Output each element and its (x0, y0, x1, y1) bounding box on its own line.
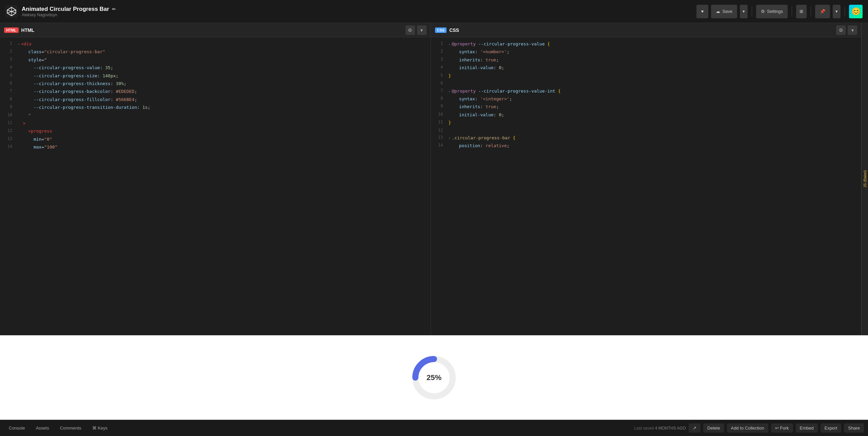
html-collapse-button[interactable]: ▾ (417, 25, 427, 35)
table-row: 1 ▾@property --circular-progress-value { (431, 40, 862, 48)
settings-button[interactable]: ⚙ Settings (756, 5, 788, 18)
external-link-button[interactable]: ↗ (689, 423, 701, 433)
css-collapse-button[interactable]: ▾ (848, 25, 857, 35)
pin-button[interactable]: 📌 (815, 5, 830, 18)
table-row: 8 syntax: '<integer>'; (431, 95, 862, 103)
html-panel: HTML HTML ⚙ ▾ 1 ▾<div 2 class="circular- (0, 23, 431, 335)
css-badge: CSS (435, 27, 447, 33)
html-settings-button[interactable]: ⚙ (406, 25, 415, 35)
edit-icon[interactable]: ✏ (112, 6, 116, 12)
table-row: 7 ▾@property --circular-progress-value-i… (431, 87, 862, 95)
js-babel-label: JS (Babel) (863, 170, 867, 187)
table-row: 7 --circular-progress-backcolor: #EDEDED… (0, 87, 431, 95)
chevron-down-icon2: ▾ (835, 9, 838, 14)
table-row: 10 " (0, 112, 431, 119)
css-code-content[interactable]: 1 ▾@property --circular-progress-value {… (431, 37, 862, 335)
table-row: 3 inherits: true; (431, 56, 862, 64)
avatar: 😊 (849, 5, 863, 18)
grid-button[interactable]: ⊞ (796, 5, 807, 18)
like-button[interactable]: ♥ (696, 5, 709, 18)
table-row: 14 position: relative; (431, 142, 862, 150)
table-row: 2 syntax: '<number>'; (431, 48, 862, 56)
bottom-right-actions: Last saved 4 MONTHS AGO ↗ Delete Add to … (634, 423, 864, 433)
table-row: 12 <progress (0, 127, 431, 135)
save-button[interactable]: ☁ Save (711, 5, 737, 18)
table-row: 11 > (0, 119, 431, 127)
page-title: Animated Circular Progress Bar ✏ (22, 6, 116, 13)
pin-dropdown-button[interactable]: ▾ (833, 5, 841, 18)
saved-text: Last saved 4 MONTHS AGO (634, 426, 686, 431)
table-row: 2 class="circular-progress-bar" (0, 48, 431, 56)
css-panel: CSS CSS ⚙ ▾ 1 ▾@property --circular-prog… (431, 23, 862, 335)
avatar-button[interactable]: 😊 (849, 5, 863, 18)
table-row: 10 initial-value: 0; (431, 111, 862, 119)
divider (752, 6, 752, 17)
table-row: 5 --circular-progress-size: 140px; (0, 72, 431, 80)
circular-progress-container: 25% (409, 352, 459, 403)
html-code-content[interactable]: 1 ▾<div 2 class="circular-progress-bar" … (0, 37, 431, 335)
divider2 (792, 6, 792, 17)
table-row: 3 style=" (0, 56, 431, 64)
save-label: Save (722, 9, 732, 14)
divider3 (811, 6, 811, 17)
header-actions: ♥ ☁ Save ▾ ⚙ Settings ⊞ 📌 ▾ 😊 (696, 5, 863, 18)
preview-area: 25% (0, 335, 868, 420)
gear-icon: ⚙ (761, 9, 765, 14)
avatar-emoji: 😊 (851, 7, 861, 16)
save-dropdown-button[interactable]: ▾ (740, 5, 748, 18)
settings-label: Settings (767, 9, 783, 14)
table-row: 9 inherits: true; (431, 103, 862, 111)
share-button[interactable]: Share (844, 423, 864, 433)
table-row: 1 ▾<div (0, 40, 431, 48)
table-row: 11 } (431, 119, 862, 126)
css-title-label: CSS (449, 27, 459, 33)
console-tab[interactable]: Console (4, 423, 30, 433)
embed-button[interactable]: Embed (796, 423, 818, 433)
table-row: 9 --circular-progress-transition-duratio… (0, 103, 431, 111)
table-row: 8 --circular-progress-fillcolor: #566BE4… (0, 96, 431, 103)
fork-button[interactable]: ↩ Fork (771, 423, 793, 433)
table-row: 6 --circular-progress-thickness: 30%; (0, 80, 431, 87)
cloud-icon: ☁ (716, 9, 720, 14)
js-tab-container[interactable]: JS (Babel) (861, 23, 868, 335)
html-panel-actions: ⚙ ▾ (406, 25, 427, 35)
code-panels: HTML HTML ⚙ ▾ 1 ▾<div 2 class="circular- (0, 23, 868, 335)
css-panel-title: CSS CSS (435, 27, 459, 33)
table-row: 6 (431, 80, 862, 87)
html-panel-header: HTML HTML ⚙ ▾ (0, 23, 431, 37)
author-name: Aleksey Nagovitsyn (22, 13, 116, 17)
add-to-collection-button[interactable]: Add to Collection (727, 423, 768, 433)
html-badge: HTML (4, 27, 19, 33)
pin-icon: 📌 (820, 9, 825, 14)
export-button[interactable]: Export (821, 423, 842, 433)
progress-label: 25% (427, 373, 441, 382)
progress-wrapper: 25% (409, 352, 459, 403)
saved-time: 4 MONTHS AGO (655, 426, 686, 431)
table-row: 4 initial-value: 0; (431, 64, 862, 72)
keys-tab[interactable]: ⌘ Keys (87, 423, 113, 433)
header: Animated Circular Progress Bar ✏ Aleksey… (0, 0, 868, 23)
table-row: 14 max="100" (0, 143, 431, 151)
css-settings-button[interactable]: ⚙ (836, 25, 846, 35)
table-row: 4 --circular-progress-value: 35; (0, 64, 431, 72)
comments-tab[interactable]: Comments (55, 423, 86, 433)
codepen-logo-icon (5, 5, 18, 18)
delete-button[interactable]: Delete (703, 423, 724, 433)
chevron-down-icon: ▾ (743, 9, 745, 14)
title-text: Animated Circular Progress Bar (22, 6, 109, 13)
html-title-label: HTML (21, 27, 35, 33)
assets-tab[interactable]: Assets (31, 423, 54, 433)
editor-area: HTML HTML ⚙ ▾ 1 ▾<div 2 class="circular- (0, 23, 868, 335)
grid-icon: ⊞ (800, 9, 803, 14)
divider4 (845, 6, 845, 17)
bottom-bar: Console Assets Comments ⌘ Keys Last save… (0, 420, 868, 436)
saved-label: Last saved (634, 426, 654, 431)
table-row: 13 ▾.circular-progress-bar { (431, 134, 862, 142)
external-link-icon: ↗ (693, 425, 696, 431)
css-panel-actions: ⚙ ▾ (836, 25, 857, 35)
heart-icon: ♥ (701, 9, 704, 14)
table-row: 13 min="0" (0, 135, 431, 143)
html-panel-title: HTML HTML (4, 27, 34, 33)
header-logo: Animated Circular Progress Bar ✏ Aleksey… (5, 5, 116, 18)
title-block: Animated Circular Progress Bar ✏ Aleksey… (22, 6, 116, 17)
